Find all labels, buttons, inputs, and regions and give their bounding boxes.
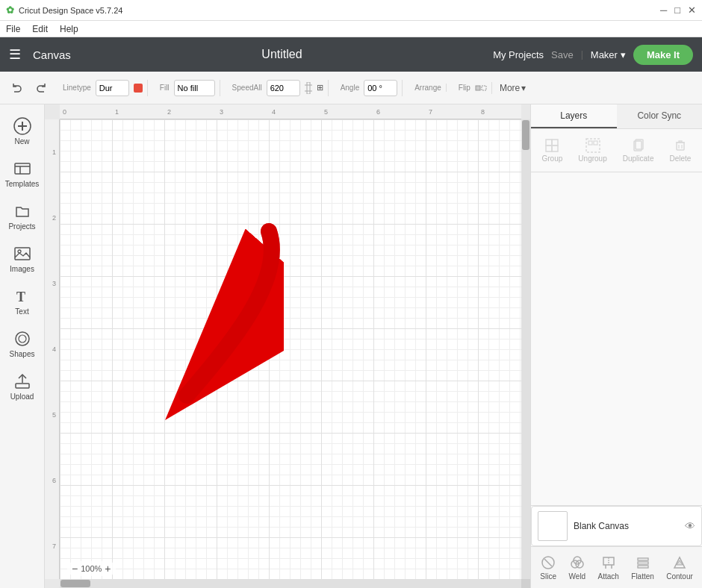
app-title: Cricut Design Space v5.7.24 <box>19 6 660 15</box>
sidebar-item-images[interactable]: Images <box>2 238 43 279</box>
size-w-input[interactable] <box>267 80 300 96</box>
attach-icon <box>600 554 617 571</box>
sidebar-item-templates[interactable]: Templates <box>2 153 43 194</box>
svg-rect-16 <box>16 384 29 388</box>
make-it-button[interactable]: Make It <box>633 45 693 65</box>
svg-rect-8 <box>15 163 30 174</box>
contour-button[interactable]: Contour <box>663 551 696 584</box>
ungroup-label: Ungroup <box>578 154 606 163</box>
menu-bar: File Edit Help <box>0 21 702 37</box>
machine-chevron-icon: ▾ <box>621 49 626 60</box>
canvas-grid[interactable] <box>60 119 521 579</box>
new-icon <box>13 116 32 136</box>
angle-label: Angle <box>341 84 360 92</box>
slice-button[interactable]: Slice <box>537 551 559 584</box>
undo-icon <box>10 82 22 94</box>
header-divider: | <box>581 49 583 60</box>
flatten-icon <box>635 554 651 571</box>
close-button[interactable]: ✕ <box>688 4 696 16</box>
panel-bottom-section: Blank Canvas 👁 Slice <box>531 505 702 588</box>
linetype-label: Linetype <box>63 84 91 92</box>
canvas-visibility-icon[interactable]: 👁 <box>685 520 695 532</box>
zoom-out-button[interactable]: − <box>72 563 78 575</box>
tab-color-sync[interactable]: Color Sync <box>617 104 703 128</box>
left-sidebar: New Templates Projects Images <box>0 104 45 588</box>
linetype-input[interactable] <box>96 80 129 96</box>
machine-selector[interactable]: Maker ▾ <box>591 49 626 60</box>
ruler-left-mark-7: 7 <box>52 513 58 579</box>
zoom-in-button[interactable]: + <box>105 563 111 575</box>
templates-label: Templates <box>5 180 40 188</box>
redo-icon <box>36 82 48 94</box>
sidebar-item-upload[interactable]: Upload <box>2 366 43 407</box>
sidebar-item-text[interactable]: T Text <box>2 281 43 322</box>
sidebar-item-new[interactable]: New <box>2 110 43 151</box>
angle-input[interactable] <box>364 80 397 96</box>
group-button[interactable]: Group <box>538 135 568 166</box>
menu-edit[interactable]: Edit <box>32 24 48 34</box>
arrange-label: Arrange <box>414 84 441 92</box>
redo-button[interactable] <box>33 79 51 97</box>
ruler-mark-8: 8 <box>479 108 530 117</box>
ruler-mark-0: 0 <box>61 108 114 117</box>
ungroup-button[interactable]: Ungroup <box>574 135 611 166</box>
more-button[interactable]: More ▾ <box>500 83 526 93</box>
attach-button[interactable]: Attach <box>595 551 622 584</box>
attach-label: Attach <box>598 572 619 581</box>
weld-label: Weld <box>569 572 586 581</box>
horizontal-scrollbar[interactable] <box>60 579 521 588</box>
sidebar-item-projects[interactable]: Projects <box>2 196 43 237</box>
save-button[interactable]: Save <box>551 49 574 60</box>
hamburger-icon[interactable]: ☰ <box>9 46 21 63</box>
tab-layers[interactable]: Layers <box>531 104 617 128</box>
toolbar: Linetype Fill SpeedAll ⊞ Angle Arrange F… <box>0 72 702 104</box>
vertical-scrollbar[interactable] <box>521 119 530 579</box>
linetype-color-swatch <box>134 84 143 93</box>
ruler-left-mark-2: 2 <box>52 185 58 251</box>
svg-rect-24 <box>588 141 592 145</box>
weld-icon <box>569 554 585 571</box>
my-projects-link[interactable]: My Projects <box>493 49 544 60</box>
weld-button[interactable]: Weld <box>566 551 589 584</box>
horizontal-scrollbar-thumb[interactable] <box>60 580 90 587</box>
ruler-mark-6: 6 <box>375 108 427 117</box>
project-title[interactable]: Untitled <box>80 48 484 61</box>
images-label: Images <box>10 265 34 273</box>
slice-icon <box>540 554 556 571</box>
svg-rect-22 <box>552 146 558 151</box>
duplicate-button[interactable]: Duplicate <box>618 135 659 166</box>
svg-rect-4 <box>482 86 486 90</box>
svg-point-14 <box>16 332 29 345</box>
minimize-button[interactable]: ─ <box>660 4 667 16</box>
linetype-group: Linetype <box>58 80 148 96</box>
projects-label: Projects <box>8 222 35 231</box>
canvas-label: Canvas <box>33 49 71 61</box>
flatten-label: Flatten <box>631 572 654 581</box>
group-icon <box>544 138 559 153</box>
canvas-area[interactable]: 0 1 2 3 4 5 6 7 8 1 2 3 4 5 6 7 <box>45 104 530 588</box>
right-panel: Layers Color Sync Group Ungr <box>530 104 702 588</box>
main-layout: New Templates Projects Images <box>0 104 702 588</box>
more-label: More <box>500 83 520 93</box>
sidebar-item-shapes[interactable]: Shapes <box>2 323 43 364</box>
main-header: ☰ Canvas Untitled My Projects Save | Mak… <box>0 37 702 72</box>
undo-button[interactable] <box>7 79 25 97</box>
svg-rect-0 <box>307 82 310 94</box>
flatten-button[interactable]: Flatten <box>628 551 657 584</box>
maximize-button[interactable]: □ <box>674 4 680 16</box>
menu-file[interactable]: File <box>6 24 20 34</box>
svg-rect-3 <box>476 86 480 90</box>
title-bar: ✿ Cricut Design Space v5.7.24 ─ □ ✕ <box>0 0 702 21</box>
svg-line-32 <box>544 559 552 566</box>
fill-input[interactable] <box>174 80 215 96</box>
size-label: SpeedAll <box>232 84 262 92</box>
svg-point-15 <box>19 335 26 343</box>
ruler-mark-7: 7 <box>427 108 479 117</box>
menu-help[interactable]: Help <box>60 24 78 34</box>
scrollbar-corner <box>521 579 530 588</box>
delete-button[interactable]: Delete <box>665 135 696 166</box>
svg-rect-28 <box>677 143 684 150</box>
vertical-scrollbar-thumb[interactable] <box>522 120 529 150</box>
flip-label: Flip <box>459 84 470 92</box>
fill-label: Fill <box>160 84 170 92</box>
